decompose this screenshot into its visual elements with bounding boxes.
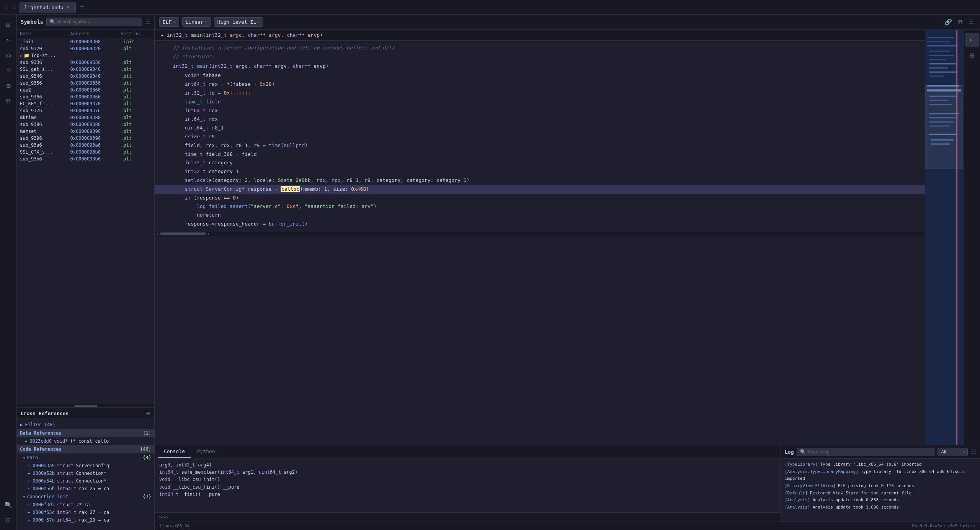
svg-rect-24 — [925, 85, 963, 168]
table-row[interactable]: sub_9376 0x000009376 .plt — [17, 107, 154, 114]
data-ref-item[interactable]: → 0023cdd0 void* (* const callo — [17, 437, 154, 445]
symbols-menu-button[interactable]: ☰ — [145, 18, 150, 26]
main-layout: ⊞ 🏷 ◎ ⑂ ⚙ ⧉ 🔍 ⊡ Symbols 🔍 — [0, 15, 980, 530]
table-row[interactable]: sub_9396 0x000009396 .plt — [17, 135, 154, 142]
table-row[interactable]: sub_9320 0x000009320 .plt — [17, 45, 154, 52]
func-signature-bar: ✦ int32_t main(int32_t argc, char** argv… — [155, 30, 925, 41]
cross-ref-icon-btn[interactable]: ↔ — [965, 33, 979, 47]
right-area: ELF ▾ Linear ▾ High Level IL ▾ 🔗 ⧉ ☰ — [155, 15, 980, 530]
terminal-icon-btn[interactable]: ⊡ — [2, 513, 15, 527]
tag-icon: 🏷 — [5, 36, 11, 43]
main-chevron: ▼ — [23, 456, 25, 460]
graph-icon: ⑂ — [7, 67, 10, 74]
terminal-icon: ⊡ — [6, 517, 11, 524]
table-row[interactable]: sub_9366 0x000009366 .plt — [17, 93, 154, 100]
sub-ref-item[interactable]: ← 0000a54b struct Connection* — [17, 477, 154, 485]
table-row[interactable]: sub_9356 0x000009356 .plt — [17, 80, 154, 87]
linear-dropdown[interactable]: Linear ▾ — [182, 17, 211, 27]
toolbar-menu-button[interactable]: ☰ — [967, 17, 975, 27]
code-line: ssize_t r9 — [155, 132, 925, 141]
il-dropdown[interactable]: High Level IL ▾ — [214, 17, 264, 27]
svg-rect-7 — [929, 63, 956, 65]
symbols-h-scrollbar[interactable] — [17, 404, 154, 407]
sub-ref-item[interactable]: ← 0000f3d3 struct_7* ra — [17, 501, 154, 509]
split-icon-btn[interactable]: ⧉ — [957, 17, 964, 27]
console-input-row: >>> — [155, 512, 781, 522]
table-row-group[interactable]: ▶ 📁 Tcp-st... — [17, 52, 154, 59]
svg-rect-3 — [927, 45, 957, 47]
code-line: setlocale(category: 2, locale: &data_2e0… — [155, 176, 925, 185]
col-address: Address — [70, 31, 121, 36]
sub-ref-item[interactable]: ← 0000a3a9 struct ServerConfig — [17, 462, 154, 469]
data-refs-label: Data References — [20, 430, 61, 436]
tag-icon-btn[interactable]: 🏷 — [2, 33, 15, 47]
code-h-scrollbar[interactable]: ‹ › — [155, 232, 925, 236]
search-symbols-input[interactable] — [57, 19, 139, 25]
layers-icon-r-btn[interactable]: ⊞ — [965, 48, 979, 62]
data-refs-header[interactable]: Data References {1} — [17, 429, 154, 437]
table-row[interactable]: memset 0x000009390 .plt — [17, 128, 154, 135]
settings-icon: ⚙ — [6, 82, 11, 90]
code-refs-label: Code References — [20, 447, 61, 452]
layers-icon-btn[interactable]: ⧉ — [2, 94, 15, 108]
minimap[interactable] — [925, 30, 963, 445]
sub-ref-item[interactable]: ← 0000a52b struct Connection* — [17, 469, 154, 477]
code-line: if (response == 0) — [155, 194, 925, 203]
graph-icon-btn[interactable]: ⑂ — [2, 64, 15, 77]
cross-refs-panel: Cross References ⊕ ▶ Filter (48) Data Re… — [17, 407, 154, 530]
table-row[interactable]: EC_KEY_fr... 0x000009370 .plt — [17, 100, 154, 107]
col-section: Section — [121, 31, 151, 36]
code-line: int64_t rax = *(fsbase + 0x28) — [155, 80, 925, 89]
table-row[interactable]: sub_93b6 0x0000093b6 .plt — [17, 155, 154, 162]
table-row[interactable]: sub_9346 0x000009346 .plt — [17, 73, 154, 80]
search-symbols-wrapper: 🔍 — [46, 18, 142, 26]
log-menu-button[interactable]: ☰ — [971, 448, 976, 456]
table-row[interactable]: sub_9386 0x000009386 .plt — [17, 121, 154, 128]
table-row[interactable]: SSL_CTX_s... 0x0000093b0 .plt — [17, 149, 154, 155]
connection-init-sub-section[interactable]: ▼ connection_init {3} — [17, 492, 154, 501]
log-entry: [BinaryView.ElfView] ELF parsing took 0.… — [785, 483, 976, 490]
main-sub-section[interactable]: ▼ main {4} — [17, 453, 154, 462]
tab-console[interactable]: Console — [158, 445, 191, 458]
log-entry: [TypeLibrary] Type library 'libc_x86_64.… — [785, 461, 976, 468]
log-title: Log — [785, 449, 794, 455]
code-line-selected: struct ServerConfig* response = calloc(n… — [155, 185, 925, 194]
cross-refs-title: Cross References — [21, 411, 69, 416]
grid-icon-btn[interactable]: ⊞ — [2, 18, 15, 31]
tab-close-button[interactable]: ✕ — [65, 5, 71, 10]
sub-ref-item[interactable]: ← 0000a56b int64_t rax_25 = ca — [17, 485, 154, 492]
table-row[interactable]: SSL_get_s... 0x000009340 .plt — [17, 66, 154, 73]
filter-row[interactable]: ▶ Filter (48) — [17, 420, 154, 429]
search-icon: 🔍 — [5, 501, 12, 509]
table-row[interactable]: mktime 0x000009380 .plt — [17, 114, 154, 121]
back-button[interactable]: ‹ — [3, 2, 10, 12]
forward-button[interactable]: › — [11, 2, 18, 12]
layers-icon-r: ⊞ — [969, 52, 974, 59]
left-icon-sidebar: ⊞ 🏷 ◎ ⑂ ⚙ ⧉ 🔍 ⊡ — [0, 15, 17, 530]
sub-ref-item[interactable]: ← 0000f55c int64_t rax_27 = ca — [17, 509, 154, 516]
location-icon-btn[interactable]: ◎ — [2, 48, 15, 62]
cross-refs-pin-button[interactable]: ⊕ — [146, 410, 150, 416]
table-row[interactable]: _init 0x000009308 .init — [17, 38, 154, 45]
log-entry: [Analysis.TypeLibraryMapping] Type libra… — [785, 468, 976, 483]
il-label: High Level IL — [217, 19, 256, 25]
log-filter-select[interactable]: All Debug Info Warning Error — [938, 448, 968, 456]
table-row[interactable]: sub_9336 0x000009336 .plt — [17, 59, 154, 66]
filter-chevron: ▶ — [20, 422, 23, 427]
link-icon-btn[interactable]: 🔗 — [943, 17, 954, 27]
search-icon-btn[interactable]: 🔍 — [2, 498, 15, 512]
sub-ref-item[interactable]: ← 0000f57d int64_t rax_29 = ca — [17, 516, 154, 524]
table-row[interactable]: sub_93a6 0x0000093a6 .plt — [17, 142, 154, 149]
code-refs-header[interactable]: Code References {46} — [17, 445, 154, 453]
elf-dropdown[interactable]: ELF ▾ — [159, 17, 179, 27]
cross-refs-content: ▶ Filter (48) Data References {1} → 0023… — [17, 419, 154, 530]
code-editor[interactable]: ✦ int32_t main(int32_t argc, char** argv… — [155, 30, 925, 445]
log-search-input[interactable] — [807, 449, 931, 455]
log-entry: [Default] Restored View State for the cu… — [785, 490, 976, 497]
console-input[interactable] — [170, 515, 776, 520]
active-tab[interactable]: lighttpd.bndb ✕ — [20, 2, 76, 13]
tab-python[interactable]: Python — [191, 445, 221, 458]
settings-icon-btn[interactable]: ⚙ — [2, 79, 15, 93]
table-row[interactable]: dup2 0x000009360 .plt — [17, 87, 154, 93]
new-tab-button[interactable]: + — [77, 3, 87, 11]
